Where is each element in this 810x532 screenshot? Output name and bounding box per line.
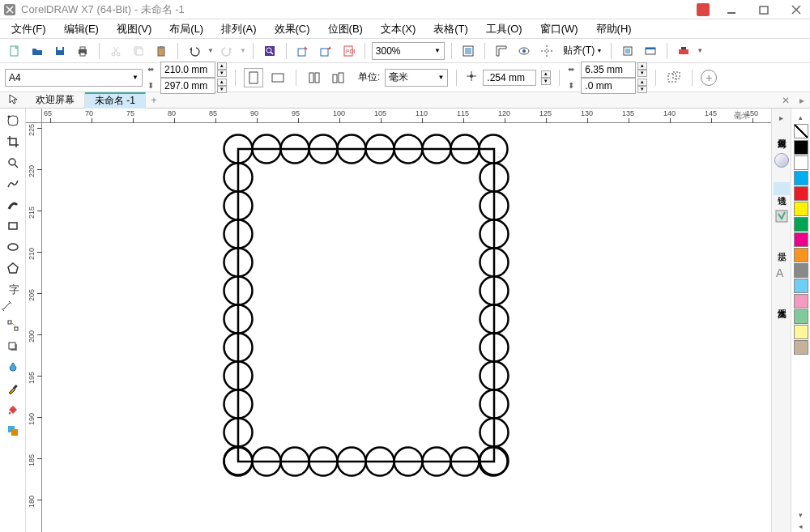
spin-up[interactable]: ▴ [541, 70, 551, 78]
menu-bitmap[interactable]: 位图(B) [323, 20, 368, 38]
new-button[interactable] [5, 41, 24, 61]
polygon-tool[interactable] [2, 258, 24, 278]
open-button[interactable] [28, 41, 47, 61]
redo-button[interactable] [217, 41, 237, 61]
color-swatch[interactable] [794, 294, 808, 309]
ruler-origin[interactable] [26, 109, 42, 123]
current-page-button[interactable] [329, 68, 348, 87]
menu-file[interactable]: 文件(F) [6, 20, 51, 38]
menu-arrange[interactable]: 排列(A) [216, 20, 261, 38]
spin-up[interactable]: ▴ [637, 79, 647, 86]
spin-down[interactable]: ▾ [217, 70, 227, 77]
color-swatch[interactable] [794, 217, 808, 232]
palette-down[interactable]: ▾ [794, 509, 808, 521]
color-swatch[interactable] [794, 171, 808, 185]
zoom-tool[interactable] [2, 153, 24, 172]
minimize-button[interactable] [721, 2, 742, 18]
color-swatch[interactable] [794, 248, 808, 262]
pick-tool-icon[interactable] [7, 93, 19, 107]
color-swatch[interactable] [794, 202, 808, 216]
color-swatch[interactable] [794, 279, 808, 293]
color-swatch[interactable] [794, 155, 808, 170]
menu-effects[interactable]: 效果(C) [270, 20, 315, 38]
portrait-button[interactable] [244, 68, 263, 87]
units-combo[interactable]: 毫米 ▼ [385, 69, 448, 87]
fullscreen-button[interactable] [458, 41, 478, 61]
rectangle-tool[interactable] [2, 216, 24, 236]
transparency-tool[interactable] [2, 358, 24, 377]
tab-welcome[interactable]: 欢迎屏幕 [26, 92, 85, 109]
quick-customize-button[interactable]: + [701, 70, 717, 86]
menu-text[interactable]: 文本(X) [376, 20, 420, 38]
page-width-input[interactable]: 210.0 mm [160, 62, 215, 78]
tab-document[interactable]: 未命名 -1 [85, 92, 146, 109]
docker-text-properties[interactable]: 文本属性 [774, 296, 790, 309]
print-button[interactable] [73, 41, 92, 61]
spin-up[interactable]: ▴ [217, 62, 227, 70]
copy-button[interactable] [129, 41, 148, 61]
menu-layout[interactable]: 布局(L) [164, 20, 208, 38]
smart-fill-tool[interactable] [2, 421, 24, 440]
zoom-combo[interactable]: 300% ▼ [372, 42, 445, 60]
docker-lens[interactable]: 透镜 [774, 182, 790, 195]
paste-button[interactable] [151, 41, 171, 61]
menu-view[interactable]: 视图(V) [112, 20, 156, 38]
spin-up[interactable]: ▴ [637, 62, 647, 70]
ruler-vertical[interactable]: 225220215210205200195190185180 [26, 123, 42, 532]
text-tool[interactable]: 字 [2, 279, 24, 299]
color-swatch[interactable] [794, 340, 808, 355]
treat-as-filled-button[interactable] [664, 68, 684, 87]
undo-button[interactable] [185, 41, 204, 61]
landscape-button[interactable] [268, 68, 288, 87]
crop-tool[interactable] [2, 132, 24, 151]
connector-tool[interactable] [2, 316, 24, 335]
menu-help[interactable]: 帮助(H) [591, 20, 637, 38]
dup-y-input[interactable]: .0 mm [581, 78, 636, 94]
grid-button[interactable] [514, 41, 534, 61]
all-pages-button[interactable] [305, 68, 324, 87]
page-height-input[interactable]: 297.0 mm [160, 78, 215, 94]
canvas-area[interactable]: 6570758085909510010511011512012513013514… [26, 109, 771, 532]
parallel-dim-tool[interactable] [0, 300, 25, 315]
menu-edit[interactable]: 编辑(E) [59, 20, 104, 38]
spin-up[interactable]: ▴ [217, 79, 227, 86]
spin-down[interactable]: ▾ [637, 86, 647, 93]
color-swatch[interactable] [794, 140, 808, 155]
canvas[interactable] [42, 123, 771, 532]
paper-combo[interactable]: A4 ▼ [5, 69, 143, 87]
artistic-media-tool[interactable] [2, 195, 24, 215]
docker-expand-icon[interactable]: ▸ [779, 113, 783, 122]
cut-button[interactable] [106, 41, 126, 61]
spin-down[interactable]: ▾ [541, 78, 551, 85]
nudge-input[interactable]: .254 mm [483, 70, 536, 86]
color-eyedropper-tool[interactable] [2, 379, 24, 398]
palette-up[interactable]: ▴ [794, 112, 808, 123]
options-button[interactable] [618, 41, 637, 61]
import-button[interactable] [293, 41, 313, 61]
close-button[interactable] [786, 2, 807, 18]
expand-dockers-icon[interactable]: ▸ [794, 95, 810, 106]
guides-button[interactable] [537, 41, 556, 61]
publish-button[interactable]: PDF [339, 41, 358, 61]
shape-tool[interactable] [2, 111, 24, 130]
color-swatch[interactable] [794, 309, 808, 324]
search-button[interactable] [260, 41, 279, 61]
save-button[interactable] [50, 41, 70, 61]
dup-x-input[interactable]: 6.35 mm [581, 62, 636, 78]
snap-combo[interactable]: 贴齐(T) ▾ [560, 42, 604, 60]
menu-window[interactable]: 窗口(W) [535, 20, 583, 38]
launcher-button[interactable] [641, 41, 660, 61]
color-swatch[interactable] [794, 325, 808, 339]
color-swatch[interactable] [794, 232, 808, 247]
ruler-horizontal[interactable]: 6570758085909510010511011512012513013514… [42, 109, 771, 123]
export-button[interactable] [316, 41, 335, 61]
app-launcher-button[interactable] [674, 41, 693, 61]
color-swatch[interactable] [794, 186, 808, 201]
add-tab-button[interactable]: + [146, 95, 162, 106]
user-icon[interactable] [697, 3, 710, 16]
swatch-none[interactable] [794, 124, 808, 138]
ellipse-tool[interactable] [2, 237, 24, 257]
menu-table[interactable]: 表格(T) [428, 20, 473, 38]
freehand-tool[interactable] [2, 174, 24, 194]
color-swatch[interactable] [794, 263, 808, 278]
